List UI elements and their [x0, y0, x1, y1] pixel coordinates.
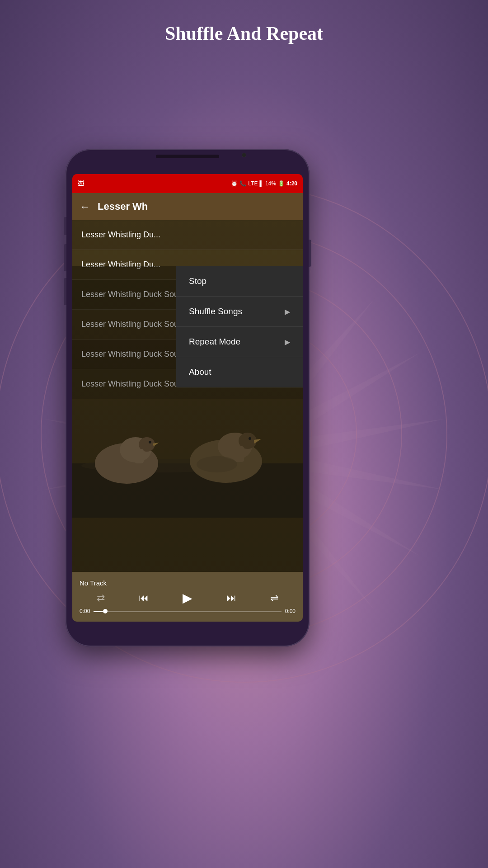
- app-bar-title: Lesser Wh: [98, 201, 148, 212]
- player-time-row: 0:00 0:00: [80, 608, 296, 614]
- context-menu-stop-label: Stop: [189, 276, 206, 286]
- time-end: 0:00: [285, 608, 296, 614]
- lte-label: LTE: [248, 180, 258, 187]
- signal-icon: ▌: [259, 180, 263, 187]
- player-bar: No Track ⇄ ⏮ ▶ ⏭ ⇌ 0:00 0:00: [72, 572, 303, 622]
- shuffle-button[interactable]: ⇄: [97, 592, 105, 604]
- app-bar: ← Lesser Wh: [72, 193, 303, 220]
- phone-icon: 📞: [239, 180, 246, 187]
- progress-dot: [103, 609, 108, 613]
- status-bar: 🖼 ⏰ 📞 LTE ▌ 14% 🔋 4:20: [72, 174, 303, 193]
- previous-button[interactable]: ⏮: [139, 592, 149, 604]
- player-controls: ⇄ ⏮ ▶ ⏭ ⇌: [80, 590, 296, 605]
- back-button[interactable]: ←: [80, 200, 90, 213]
- context-menu-about[interactable]: About: [176, 357, 303, 387]
- chevron-right-icon: ▶: [285, 338, 290, 346]
- context-menu-repeat-label: Repeat Mode: [189, 337, 240, 347]
- status-bar-left: 🖼: [78, 180, 84, 187]
- context-menu-shuffle[interactable]: Shuffle Songs ▶: [176, 297, 303, 327]
- context-menu-stop[interactable]: Stop: [176, 266, 303, 297]
- context-menu-shuffle-label: Shuffle Songs: [189, 307, 242, 316]
- context-menu-about-label: About: [189, 367, 211, 377]
- context-menu-repeat[interactable]: Repeat Mode ▶: [176, 327, 303, 357]
- repeat-button[interactable]: ⇌: [270, 592, 278, 604]
- progress-fill: [94, 611, 103, 612]
- phone-speaker: [156, 155, 219, 158]
- phone-frame: 🖼 ⏰ 📞 LTE ▌ 14% 🔋 4:20 ← Lesser Wh: [66, 149, 310, 646]
- time-start: 0:00: [80, 608, 90, 614]
- volume-up-button: [64, 244, 66, 271]
- clock: 4:20: [286, 180, 297, 187]
- volume-silent-button: [64, 217, 66, 235]
- power-button: [309, 240, 311, 267]
- battery-label: 14%: [265, 180, 276, 187]
- app-icon: 🖼: [78, 180, 84, 187]
- song-title: Lesser Whistling Du...: [81, 230, 160, 239]
- alarm-icon: ⏰: [231, 180, 238, 187]
- page-title: Shuffle And Repeat: [0, 23, 488, 44]
- progress-bar[interactable]: [94, 611, 281, 612]
- main-content: Lesser Whistling Du... Lesser Whistling …: [72, 220, 303, 572]
- play-button[interactable]: ▶: [183, 590, 192, 605]
- track-name: No Track: [80, 579, 296, 587]
- list-item[interactable]: Lesser Whistling Du...: [72, 220, 303, 250]
- battery-icon: 🔋: [278, 180, 285, 187]
- next-button[interactable]: ⏭: [226, 592, 236, 604]
- chevron-right-icon: ▶: [285, 307, 290, 316]
- phone-camera: [242, 153, 246, 157]
- phone-screen: 🖼 ⏰ 📞 LTE ▌ 14% 🔋 4:20 ← Lesser Wh: [72, 174, 303, 622]
- volume-down-button: [64, 278, 66, 305]
- context-menu: Stop Shuffle Songs ▶ Repeat Mode ▶ About: [176, 266, 303, 387]
- status-bar-right: ⏰ 📞 LTE ▌ 14% 🔋 4:20: [231, 180, 297, 187]
